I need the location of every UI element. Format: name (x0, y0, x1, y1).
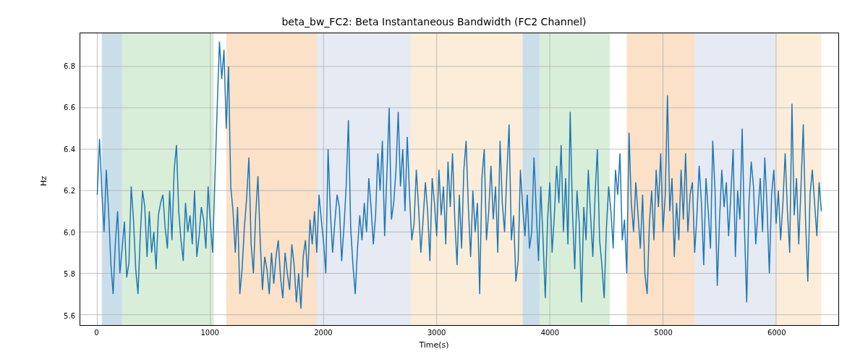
plot-area (80, 33, 839, 326)
x-tick-label: 1000 (200, 329, 218, 337)
x-tick-label: 5000 (654, 329, 672, 337)
x-tick-label: 4000 (541, 329, 559, 337)
background-band (540, 33, 610, 325)
y-tick-label: 6.0 (64, 228, 75, 236)
chart-title: beta_bw_FC2: Beta Instantaneous Bandwidt… (0, 16, 868, 28)
plot-svg (80, 33, 838, 325)
y-tick-label: 5.6 (64, 311, 75, 319)
y-tick-label: 6.4 (64, 145, 75, 153)
y-tick-label: 6.2 (64, 187, 75, 195)
x-tick-label: 2000 (314, 329, 332, 337)
x-tick-label: 0 (94, 329, 98, 337)
y-tick-label: 5.8 (64, 270, 75, 278)
chart-figure: beta_bw_FC2: Beta Instantaneous Bandwidt… (0, 0, 868, 362)
background-band (776, 33, 822, 325)
background-band (411, 33, 523, 325)
x-tick-label: 3000 (427, 329, 446, 337)
x-tick-label: 6000 (767, 329, 786, 337)
background-band (523, 33, 540, 325)
y-axis-label: Hz (39, 176, 48, 186)
x-axis-label: Time(s) (0, 340, 868, 350)
background-band (122, 33, 214, 325)
y-tick-label: 6.8 (64, 62, 75, 70)
background-band (317, 33, 411, 325)
y-tick-label: 6.6 (64, 104, 75, 111)
